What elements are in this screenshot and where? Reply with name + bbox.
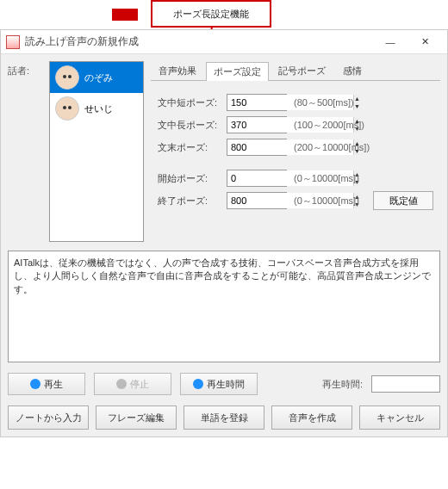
minimize-icon: — (386, 37, 395, 47)
minimize-button[interactable]: — (373, 32, 408, 53)
field-short-pause: 文中短ポーズ: ▲▼ (80～500[ms]) (158, 91, 433, 114)
tab-sound-effect[interactable]: 音声効果 (151, 61, 204, 80)
short-pause-spinbox[interactable]: ▲▼ (227, 94, 287, 111)
speaker-label: 話者: (8, 61, 42, 242)
field-label: 文中短ポーズ: (158, 96, 220, 109)
settings-panel: 音声効果 ポーズ設定 記号ポーズ 感情 文中短ポーズ: ▲▼ (80～500[m… (151, 61, 440, 242)
range-hint: (0～10000[ms]) (294, 172, 359, 185)
tab-emotion[interactable]: 感情 (335, 61, 370, 80)
play-time-label: 再生時間: (322, 378, 363, 391)
range-hint: (80～500[ms]) (294, 96, 354, 109)
reset-button[interactable]: 既定値 (373, 191, 433, 210)
play-icon (30, 379, 40, 389)
play-label: 再生 (44, 378, 63, 391)
callout-label: ポーズ長設定機能 (151, 0, 271, 28)
field-start-pause: 開始ポーズ: ▲▼ (0～10000[ms]) (158, 167, 433, 189)
field-label: 文末ポーズ: (158, 141, 220, 154)
content-area: 話者: のぞみ せいじ 音声効果 ポーズ設定 記号ポーズ 感情 (1, 54, 447, 436)
range-hint: (200～10000[ms]) (294, 141, 370, 154)
stop-icon (116, 379, 127, 389)
spin-buttons[interactable]: ▲▼ (353, 95, 360, 110)
end-pause-spinbox[interactable]: ▲▼ (227, 139, 287, 156)
avatar-icon (55, 96, 79, 121)
cancel-button[interactable]: キャンセル (359, 405, 440, 430)
close-button[interactable]: ✕ (408, 32, 442, 53)
callout-text: ポーズ長設定機能 (173, 8, 249, 21)
speaker-name: のぞみ (84, 71, 113, 84)
tab-strip: 音声効果 ポーズ設定 記号ポーズ 感情 (151, 61, 440, 81)
avatar-icon (55, 65, 79, 90)
long-pause-spinbox[interactable]: ▲▼ (227, 116, 287, 133)
tab-symbol-pause[interactable]: 記号ポーズ (271, 61, 333, 80)
create-audio-button[interactable]: 音声を作成 (271, 405, 352, 430)
speaker-list[interactable]: のぞみ せいじ (49, 61, 144, 242)
titlebar: 読み上げ音声の新規作成 — ✕ (1, 30, 447, 54)
playback-row: 再生 停止 再生時間 再生時間: (8, 373, 440, 395)
tab-body-pause: 文中短ポーズ: ▲▼ (80～500[ms]) 文中長ポーズ: ▲▼ (151, 81, 440, 219)
tab-pause-settings[interactable]: ポーズ設定 (206, 62, 269, 81)
play-time-display (371, 375, 440, 393)
play-time-button[interactable]: 再生時間 (180, 373, 258, 395)
input-from-note-button[interactable]: ノートから入力 (8, 405, 89, 430)
app-icon (6, 35, 20, 49)
spin-up-icon[interactable]: ▲ (354, 95, 360, 102)
speaker-item-nozomi[interactable]: のぞみ (50, 62, 143, 93)
field-label: 開始ポーズ: (158, 172, 220, 185)
start-pause-spinbox[interactable]: ▲▼ (227, 170, 287, 187)
top-row: 話者: のぞみ せいじ 音声効果 ポーズ設定 記号ポーズ 感情 (8, 61, 440, 242)
phrase-edit-button[interactable]: フレーズ編集 (96, 405, 177, 430)
close-icon: ✕ (421, 36, 429, 47)
dialog-window: 読み上げ音声の新規作成 — ✕ 話者: のぞみ せいじ 音声効果 ポーズ設定 (0, 29, 448, 437)
speaker-item-seiji[interactable]: せいじ (50, 93, 143, 124)
window-title: 読み上げ音声の新規作成 (25, 34, 373, 49)
field-label: 文中長ポーズ: (158, 119, 220, 132)
range-hint: (100～2000[ms]) (294, 119, 364, 132)
callout-red-tab (112, 9, 138, 21)
field-label: 終了ポーズ: (158, 195, 220, 207)
time-label: 再生時間 (207, 378, 245, 391)
register-word-button[interactable]: 単語を登録 (184, 405, 264, 430)
play-button[interactable]: 再生 (8, 373, 85, 395)
speaker-name: せいじ (84, 102, 113, 115)
field-end-pause: 文末ポーズ: ▲▼ (200～10000[ms]) (158, 136, 433, 158)
stop-button[interactable]: 停止 (94, 373, 171, 395)
field-long-pause: 文中長ポーズ: ▲▼ (100～2000[ms]) (158, 114, 433, 136)
spin-down-icon[interactable]: ▼ (354, 102, 360, 110)
stop-label: 停止 (130, 378, 149, 391)
finish-pause-spinbox[interactable]: ▲▼ (227, 192, 287, 209)
time-icon (193, 379, 203, 389)
bottom-button-row: ノートから入力 フレーズ編集 単語を登録 音声を作成 キャンセル (8, 405, 440, 430)
range-hint: (0～10000[ms]) (294, 195, 359, 207)
field-finish-pause: 終了ポーズ: ▲▼ (0～10000[ms]) 既定値 (158, 189, 433, 212)
sample-text-area[interactable] (8, 251, 440, 362)
